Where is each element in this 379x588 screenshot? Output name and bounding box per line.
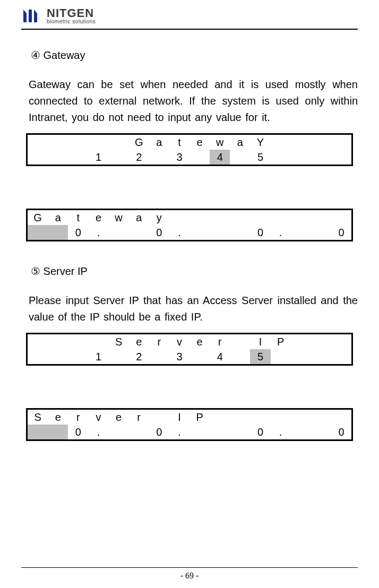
- lcd-cell: [230, 425, 250, 439]
- lcd-cell: [311, 210, 331, 225]
- lcd-cell: e: [129, 334, 149, 349]
- lcd-cell: [48, 349, 68, 364]
- lcd-cell: [291, 334, 311, 349]
- section-heading-serverip: ⑤ Server IP: [31, 265, 358, 278]
- lcd-cell: t: [68, 210, 88, 225]
- lcd-cell: [331, 334, 351, 349]
- lcd-cell: a: [230, 135, 250, 150]
- lcd-gateway-menu: GatewaY 12345: [26, 133, 353, 166]
- lcd-cell: [210, 210, 230, 225]
- lcd-cell: [331, 210, 351, 225]
- lcd-cell: 2: [129, 150, 149, 165]
- lcd-cell: [149, 349, 169, 364]
- lcd-cell: [291, 210, 311, 225]
- logo-icon: [21, 8, 41, 24]
- lcd-cell: 0: [250, 225, 270, 240]
- lcd-cell: 0: [68, 225, 88, 240]
- page-number: - 69 -: [21, 571, 358, 588]
- lcd-cell: [291, 410, 311, 425]
- lcd-cell: .: [88, 425, 108, 439]
- lcd-cell: 0: [149, 225, 169, 240]
- lcd-cell: S: [109, 334, 129, 349]
- lcd-cell: [109, 349, 129, 364]
- lcd-cell: 0: [149, 425, 169, 439]
- logo-brand: NITGEN: [47, 7, 96, 19]
- lcd-cell: 3: [169, 150, 190, 165]
- lcd-cell: [149, 410, 169, 425]
- lcd-cell: [190, 210, 210, 225]
- lcd-cell: [230, 334, 250, 349]
- lcd-cell: [230, 225, 250, 240]
- lcd-serverip-menu: ServerIP 12345: [26, 333, 353, 366]
- lcd-cell: [271, 410, 291, 425]
- lcd-cell: [331, 349, 351, 364]
- lcd-cell: [291, 225, 311, 240]
- lcd-cell: e: [190, 334, 210, 349]
- lcd-cell: t: [169, 135, 190, 150]
- lcd-cell: [271, 150, 291, 165]
- lcd-cell: [311, 349, 331, 364]
- lcd-cell: [129, 425, 149, 439]
- lcd-cell: v: [88, 410, 108, 425]
- lcd-cell: 0: [250, 425, 270, 439]
- lcd-cell: [109, 425, 129, 439]
- lcd-cell: [230, 150, 250, 165]
- lcd-cell: [291, 150, 311, 165]
- lcd-cell: [230, 410, 250, 425]
- lcd-cell: I: [169, 410, 190, 425]
- lcd-cell: [311, 334, 331, 349]
- lcd-cell: P: [271, 334, 291, 349]
- lcd-cell: e: [109, 410, 129, 425]
- lcd-cell: 0: [331, 425, 351, 439]
- lcd-cell: [311, 150, 331, 165]
- lcd-cell: [190, 349, 210, 364]
- lcd-cell: [291, 349, 311, 364]
- lcd-gateway-value: Gateway 0. 0. 0. 0: [26, 209, 353, 241]
- lcd-cell: [109, 135, 129, 150]
- lcd-cell: [190, 150, 210, 165]
- lcd-cell: [88, 135, 108, 150]
- svg-rect-0: [29, 10, 32, 22]
- lcd-cell: [129, 225, 149, 240]
- lcd-cell: [28, 334, 48, 349]
- lcd-cell: [311, 410, 331, 425]
- lcd-cell: [109, 225, 129, 240]
- lcd-cell: .: [169, 425, 190, 439]
- lcd-cell: [28, 225, 48, 240]
- lcd-cell: w: [109, 210, 129, 225]
- lcd-cell: .: [169, 225, 190, 240]
- lcd-cell: [28, 349, 48, 364]
- lcd-cell: [48, 425, 68, 439]
- lcd-cell: [271, 349, 291, 364]
- lcd-cell: 2: [129, 349, 149, 364]
- lcd-cell: [109, 150, 129, 165]
- lcd-cell: [48, 225, 68, 240]
- lcd-cell: y: [149, 210, 169, 225]
- lcd-cell: Y: [250, 135, 270, 150]
- content: ④ Gateway Gateway can be set when needed…: [21, 30, 358, 567]
- lcd-cell: e: [88, 210, 108, 225]
- paragraph-gateway: Gateway can be set when needed and it is…: [29, 76, 358, 126]
- lcd-cell: 4: [210, 150, 230, 165]
- lcd-cell: [311, 225, 331, 240]
- lcd-cell: .: [271, 225, 291, 240]
- lcd-cell: [28, 425, 48, 439]
- lcd-cell: S: [28, 410, 48, 425]
- lcd-cell: e: [190, 135, 210, 150]
- lcd-cell: 5: [250, 349, 270, 364]
- lcd-cell: [250, 210, 270, 225]
- logo-text: NITGEN biometric solutions: [47, 7, 96, 24]
- page: NITGEN biometric solutions ④ Gateway Gat…: [0, 0, 379, 588]
- lcd-cell: G: [28, 210, 48, 225]
- lcd-cell: [169, 210, 190, 225]
- lcd-cell: v: [169, 334, 190, 349]
- paragraph-serverip: Please input Server IP that has an Acces…: [29, 292, 358, 325]
- section-title: Gateway: [44, 49, 85, 61]
- lcd-cell: r: [210, 334, 230, 349]
- lcd-cell: w: [210, 135, 230, 150]
- header: NITGEN biometric solutions: [21, 0, 358, 29]
- lcd-cell: [149, 150, 169, 165]
- footer: - 69 -: [21, 567, 358, 588]
- lcd-cell: e: [48, 410, 68, 425]
- lcd-cell: [250, 410, 270, 425]
